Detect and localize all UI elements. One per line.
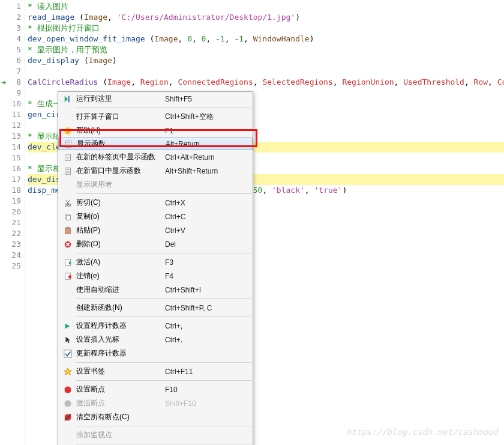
menu-shortcut: Ctrl+Alt+Return — [165, 153, 215, 162]
exec-arrow-icon: ➔ — [1, 77, 6, 88]
line-number: 5 — [0, 44, 21, 55]
line-number: 8➔ — [0, 77, 21, 88]
svg-marker-32 — [66, 336, 71, 343]
menu-shortcut: F3 — [165, 258, 173, 267]
code-line[interactable]: * 读入图片 — [28, 1, 504, 12]
menu-item[interactable]: 设置书签Ctrl+F11 — [58, 365, 253, 378]
code-line[interactable]: dev_open_window_fit_image (Image, 0, 0, … — [28, 34, 504, 44]
delete-icon — [62, 239, 74, 250]
menu-shortcut: Ctrl+V — [165, 226, 185, 235]
line-number: 4 — [0, 34, 21, 44]
menu-item[interactable]: 在新窗口中显示函数Alt+Shift+Return — [58, 164, 253, 178]
blank-icon — [62, 112, 74, 123]
code-line[interactable]: * 显示图片，用于预览 — [28, 44, 504, 55]
svg-point-30 — [68, 275, 71, 278]
menu-item[interactable]: 打开算子窗口Ctrl+Shift+空格 — [58, 110, 253, 124]
watermark: https://blog.csdn.net/cashmood — [346, 427, 498, 437]
line-number: 16 — [0, 163, 21, 174]
menu-separator — [76, 426, 251, 426]
blank-icon — [62, 430, 74, 441]
menu-item[interactable]: 注销(e)F4 — [58, 269, 253, 283]
clear-stop-icon — [62, 412, 74, 423]
menu-separator — [76, 298, 251, 299]
svg-rect-1 — [68, 95, 70, 102]
menu-shortcut: Ctrl+Shift+I — [165, 286, 201, 294]
svg-marker-36 — [65, 400, 71, 407]
menu-label: 设置断点 — [76, 384, 165, 395]
menu-item[interactable]: 运行到这里Shift+F5 — [58, 92, 253, 106]
code-line[interactable]: dev_display (Image) — [28, 55, 504, 66]
svg-marker-0 — [65, 95, 68, 102]
menu-shortcut: Ctrl+Shift+空格 — [165, 112, 214, 122]
svg-marker-35 — [65, 386, 71, 393]
activate-icon — [62, 257, 74, 268]
menu-item[interactable]: 粘贴(P)Ctrl+V — [58, 223, 253, 237]
menu-item[interactable]: 使用自动缩进Ctrl+Shift+I — [58, 283, 253, 297]
menu-label: 运行到这里 — [76, 94, 165, 104]
menu-label: 设置插入光标 — [76, 335, 165, 345]
menu-label: 在新的标签页中显示函数 — [76, 152, 165, 162]
menu-item[interactable]: 创建新函数(N)Ctrl+Shift+P, C — [58, 301, 253, 315]
blank-icon — [62, 285, 74, 295]
svg-marker-34 — [64, 368, 71, 374]
line-number: 23 — [0, 239, 21, 250]
menu-label: 设置书签 — [76, 366, 165, 377]
line-number: 14 — [0, 142, 21, 153]
menu-label: 更新程序计数器 — [76, 348, 165, 359]
star-icon — [62, 366, 74, 377]
menu-separator — [76, 380, 251, 381]
menu-item: 添加监视点 — [58, 428, 253, 442]
menu-item[interactable]: 显示函数Alt+Return — [58, 138, 253, 150]
code-line[interactable]: read_image (Image, 'C:/Users/Administrat… — [28, 12, 504, 23]
line-gutter: 12345678➔9101112131415161718192021222324… — [0, 0, 25, 445]
menu-separator — [76, 193, 251, 194]
line-number: 25 — [0, 261, 21, 271]
menu-item[interactable]: 设置插入光标Ctrl+. — [58, 333, 253, 347]
menu-separator — [76, 444, 251, 444]
paste-icon — [62, 225, 74, 236]
doc-icon — [62, 166, 74, 177]
line-number: 22 — [0, 228, 21, 239]
menu-item[interactable]: 设置程序计数器Ctrl+, — [58, 319, 253, 333]
context-menu[interactable]: 运行到这里Shift+F5打开算子窗口Ctrl+Shift+空格?帮助(H)F1… — [58, 91, 253, 445]
menu-item[interactable]: 剪切(C)Ctrl+X — [58, 196, 253, 210]
line-number: 6 — [0, 55, 21, 66]
menu-item[interactable]: 在新的标签页中显示函数Ctrl+Alt+Return — [58, 150, 253, 164]
menu-label: 创建新函数(N) — [76, 303, 165, 313]
line-number: 3 — [0, 23, 21, 34]
menu-shortcut: Shift+F10 — [165, 399, 196, 408]
svg-rect-21 — [66, 215, 70, 220]
deactivate-icon — [62, 271, 74, 282]
menu-item[interactable]: 复制(o)Ctrl+C — [58, 210, 253, 223]
menu-item[interactable]: 清空所有断点(C) — [58, 410, 253, 424]
line-number: 13 — [0, 131, 21, 142]
cut-icon — [62, 198, 74, 208]
menu-shortcut: Ctrl+X — [165, 199, 185, 207]
menu-item[interactable]: ?帮助(H)F1 — [58, 124, 253, 138]
menu-label: 复制(o) — [76, 211, 165, 222]
menu-label: 显示调用者 — [76, 180, 165, 190]
menu-item[interactable]: 更新程序计数器 — [58, 347, 253, 360]
check-icon — [62, 348, 74, 359]
code-line[interactable]: CalCircleRadius (Image, Region, Connecte… — [28, 77, 504, 88]
code-line[interactable] — [28, 66, 504, 77]
line-number: 10 — [0, 98, 21, 109]
code-line[interactable]: * 根据图片打开窗口 — [28, 23, 504, 34]
menu-label: 剪切(C) — [76, 198, 165, 208]
menu-label: 粘贴(P) — [76, 225, 165, 235]
stop-icon — [62, 384, 74, 395]
menu-label: 显示函数 — [77, 139, 166, 149]
menu-shortcut: Ctrl+F11 — [165, 368, 193, 376]
menu-label: 激活断点 — [76, 398, 165, 408]
svg-marker-31 — [65, 323, 70, 328]
menu-item[interactable]: 设置断点F10 — [58, 383, 253, 396]
menu-item[interactable]: 激活(A)F3 — [58, 255, 253, 269]
line-number: 19 — [0, 196, 21, 207]
menu-shortcut: Ctrl+C — [165, 213, 185, 221]
line-number: 7 — [0, 66, 21, 77]
line-number: 1 — [0, 1, 21, 12]
line-number: 12 — [0, 120, 21, 131]
doc-icon — [62, 139, 74, 150]
line-number: 20 — [0, 207, 21, 217]
menu-item[interactable]: 删除(D)Del — [58, 237, 253, 251]
